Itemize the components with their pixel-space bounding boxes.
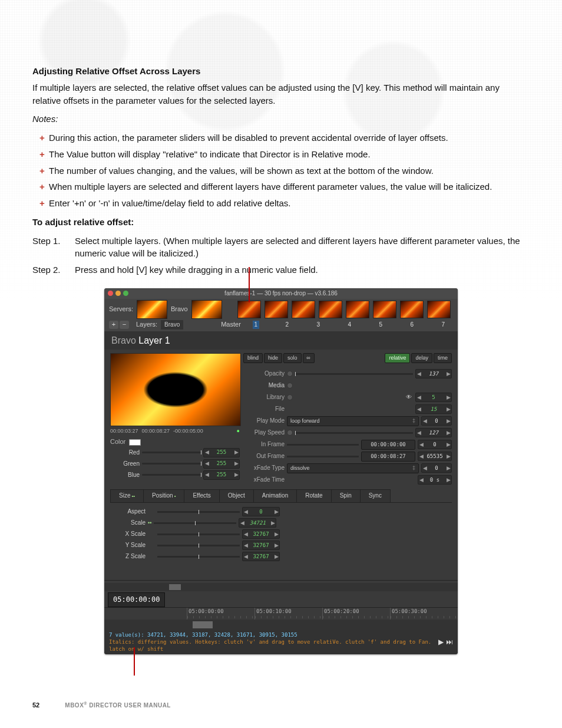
- color-value[interactable]: 255: [210, 471, 233, 479]
- layer-selector[interactable]: 1: [253, 321, 259, 330]
- param-spinner[interactable]: ◀137▶: [415, 369, 452, 378]
- increment-icon[interactable]: ▶: [445, 430, 451, 436]
- param-slider[interactable]: [287, 444, 359, 446]
- decrement-icon[interactable]: ◀: [418, 442, 424, 447]
- timeline-ruler[interactable]: 05:00:00:00 05:00:10:00 05:00:20:00 05:0…: [104, 607, 458, 620]
- color-slider[interactable]: [142, 474, 201, 476]
- timeline-current-tc[interactable]: 05:00:00:00: [108, 592, 165, 607]
- layer-selector[interactable]: 4: [346, 321, 353, 330]
- play-button[interactable]: ▶: [438, 637, 444, 647]
- param-value[interactable]: 15: [422, 406, 445, 413]
- window-titlebar[interactable]: fanflames-1 — 30 fps non-drop — v3.6.186: [104, 288, 458, 299]
- timeline-clip[interactable]: [193, 621, 213, 628]
- param-value[interactable]: 5: [422, 394, 445, 401]
- size-value[interactable]: 32767: [249, 553, 273, 561]
- decrement-icon[interactable]: ◀: [416, 371, 422, 377]
- param-tc-field[interactable]: 00:00:00:00: [361, 440, 415, 450]
- param-value[interactable]: 0: [428, 465, 445, 472]
- color-slider[interactable]: [142, 463, 201, 465]
- decrement-icon[interactable]: ◀: [418, 454, 424, 459]
- size-value[interactable]: 0: [249, 508, 273, 516]
- decrement-icon[interactable]: ◀: [416, 407, 422, 412]
- increment-icon[interactable]: ▶: [445, 454, 451, 459]
- param-tab[interactable]: Spin: [331, 489, 361, 502]
- size-spinner[interactable]: ◀0▶: [242, 507, 280, 516]
- size-slider[interactable]: [157, 545, 240, 546]
- increment-icon[interactable]: ▶: [273, 509, 279, 515]
- param-spinner[interactable]: ◀0▶: [421, 416, 452, 426]
- zoom-icon[interactable]: [123, 291, 128, 296]
- blind-button[interactable]: blind: [243, 353, 263, 363]
- size-slider[interactable]: [154, 522, 236, 524]
- param-spinner[interactable]: ◀5▶: [415, 393, 452, 402]
- color-value[interactable]: 255: [210, 460, 233, 467]
- param-value[interactable]: 0: [424, 441, 445, 449]
- param-spinner[interactable]: ◀0 s▶: [418, 475, 452, 485]
- color-spinner[interactable]: ◀255▶: [203, 470, 240, 480]
- timeline-overview[interactable]: [104, 583, 458, 591]
- traffic-lights[interactable]: [108, 291, 128, 296]
- color-spinner[interactable]: ◀255▶: [203, 459, 240, 469]
- param-value[interactable]: 0 s: [424, 476, 445, 484]
- layer-thumbnail[interactable]: [292, 301, 315, 318]
- layer-selector[interactable]: 7: [440, 321, 447, 330]
- decrement-icon[interactable]: ◀: [422, 419, 428, 424]
- solo-button[interactable]: solo: [283, 353, 302, 363]
- server-thumbnail[interactable]: [137, 300, 167, 319]
- param-tc-field[interactable]: 00:00:08:27: [361, 452, 415, 462]
- param-spinner[interactable]: ◀0▶: [421, 463, 452, 473]
- increment-icon[interactable]: ▶: [273, 532, 279, 537]
- size-spinner[interactable]: ◀32767▶: [242, 552, 280, 561]
- decrement-icon[interactable]: ◀: [243, 543, 249, 548]
- size-spinner[interactable]: ◀32767▶: [242, 541, 280, 550]
- param-tab[interactable]: Size••: [110, 489, 144, 502]
- param-slider[interactable]: [295, 432, 413, 434]
- layer-selector[interactable]: 2: [284, 321, 290, 330]
- size-value[interactable]: 34721: [245, 519, 270, 527]
- increment-icon[interactable]: ▶: [445, 395, 451, 400]
- increment-icon[interactable]: ▶: [445, 407, 451, 412]
- param-value[interactable]: 0: [428, 417, 445, 425]
- param-value[interactable]: 65535: [424, 453, 445, 460]
- increment-icon[interactable]: ▶: [273, 554, 279, 559]
- timeline-segment[interactable]: [169, 584, 181, 590]
- layer-selector[interactable]: 6: [409, 321, 415, 330]
- increment-icon[interactable]: ▶: [233, 450, 239, 455]
- param-spinner[interactable]: ◀127▶: [415, 428, 452, 437]
- param-tab[interactable]: Position•: [143, 489, 184, 502]
- master-tab[interactable]: Master: [221, 320, 241, 330]
- preview-image[interactable]: [110, 353, 241, 426]
- minimize-icon[interactable]: [115, 291, 121, 296]
- param-spinner[interactable]: ◀65535▶: [418, 452, 452, 461]
- add-server-button[interactable]: +: [109, 321, 118, 329]
- param-tab[interactable]: Sync: [360, 489, 391, 502]
- decrement-icon[interactable]: ◀: [422, 466, 428, 471]
- increment-icon[interactable]: ▶: [445, 466, 451, 471]
- time-button[interactable]: time: [434, 353, 452, 363]
- param-select[interactable]: dissolve: [287, 463, 419, 473]
- decrement-icon[interactable]: ◀: [416, 395, 422, 400]
- layer-thumbnail[interactable]: [319, 301, 342, 318]
- size-slider[interactable]: [157, 533, 240, 535]
- layer-thumbnail[interactable]: [400, 301, 424, 318]
- link-icon[interactable]: ∞: [303, 353, 315, 363]
- hide-button[interactable]: hide: [264, 353, 282, 363]
- layer-selector[interactable]: 5: [378, 321, 384, 330]
- increment-icon[interactable]: ▶: [445, 477, 451, 483]
- increment-icon[interactable]: ▶: [445, 371, 451, 377]
- decrement-icon[interactable]: ◀: [239, 521, 245, 526]
- param-tab[interactable]: Effects: [184, 489, 219, 502]
- layer-thumbnail[interactable]: [427, 301, 451, 318]
- eye-icon[interactable]: 👁: [405, 393, 413, 402]
- param-select[interactable]: loop forward: [287, 416, 419, 426]
- timeline-track[interactable]: [104, 620, 458, 630]
- size-value[interactable]: 32767: [249, 531, 273, 538]
- decrement-icon[interactable]: ◀: [416, 430, 422, 436]
- decrement-icon[interactable]: ◀: [243, 532, 249, 537]
- decrement-icon[interactable]: ◀: [204, 450, 210, 455]
- layer-thumbnail[interactable]: [373, 301, 396, 318]
- decrement-icon[interactable]: ◀: [204, 461, 210, 466]
- param-spinner[interactable]: ◀15▶: [415, 404, 452, 414]
- param-slider[interactable]: [295, 373, 413, 375]
- param-value[interactable]: 127: [422, 429, 445, 437]
